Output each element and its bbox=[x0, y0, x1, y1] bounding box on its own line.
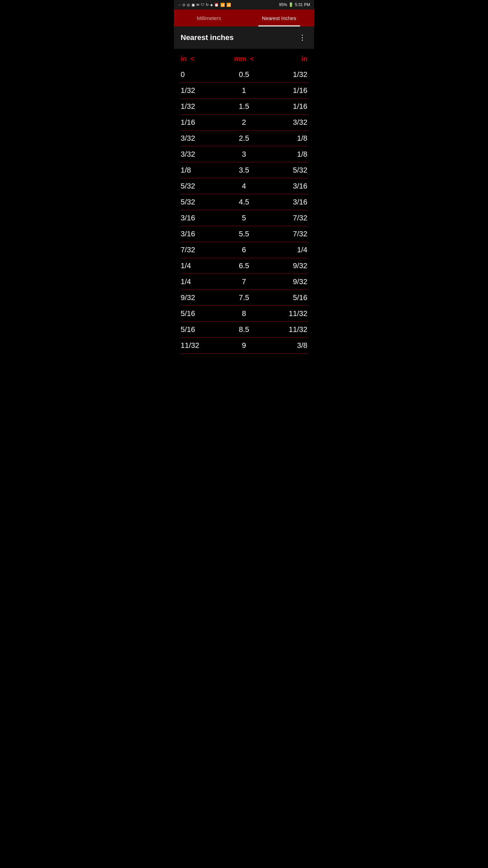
table-row: 5/32 4.5 3/16 bbox=[181, 194, 307, 210]
cell-in-upper: 7/32 bbox=[265, 214, 307, 222]
cell-in-upper: 1/8 bbox=[265, 134, 307, 143]
table-row: 3/32 2.5 1/8 bbox=[181, 131, 307, 146]
app-icon-1: ⊙ bbox=[182, 3, 185, 7]
cell-in-lower: 5/32 bbox=[181, 198, 223, 206]
table-row: 3/32 3 1/8 bbox=[181, 146, 307, 162]
battery-percent: 95% bbox=[279, 2, 287, 7]
conversion-table: in < mm < in 0 0.5 1/32 1/32 1 1/16 1/32… bbox=[174, 49, 314, 360]
cell-mm: 7.5 bbox=[223, 293, 265, 302]
cell-mm: 8 bbox=[223, 309, 265, 318]
tab-millimeters[interactable]: Millimeters bbox=[174, 9, 244, 26]
cell-mm: 2.5 bbox=[223, 134, 265, 143]
app-bar: Nearest inches ⋮ bbox=[174, 26, 314, 49]
cell-in-upper: 1/32 bbox=[265, 70, 307, 79]
cell-mm: 7 bbox=[223, 277, 265, 286]
cell-mm: 3 bbox=[223, 150, 265, 159]
status-icons-left: ··· ⊙ ◎ ▣ ✉ 🛡 ↻ ◈ ⏰ 📶 📶 bbox=[178, 3, 231, 7]
cell-mm: 6.5 bbox=[223, 261, 265, 270]
cell-in-lower: 1/4 bbox=[181, 277, 223, 286]
app-icon-6: ↻ bbox=[206, 3, 209, 7]
cell-in-lower: 0 bbox=[181, 70, 223, 79]
cell-mm: 8.5 bbox=[223, 325, 265, 334]
cell-in-upper: 9/32 bbox=[265, 261, 307, 270]
cell-in-lower: 11/32 bbox=[181, 341, 223, 350]
cell-in-lower: 5/32 bbox=[181, 182, 223, 191]
cell-mm: 0.5 bbox=[223, 70, 265, 79]
app-icon-2: ◎ bbox=[187, 3, 190, 7]
cell-in-upper: 3/16 bbox=[265, 198, 307, 206]
cell-in-upper: 1/8 bbox=[265, 150, 307, 159]
cell-in-lower: 1/4 bbox=[181, 261, 223, 270]
table-header: in < mm < in bbox=[181, 52, 307, 65]
table-row: 1/32 1 1/16 bbox=[181, 83, 307, 99]
cell-in-upper: 1/16 bbox=[265, 102, 307, 111]
signal-icon: 📶 bbox=[226, 3, 231, 7]
page-title: Nearest inches bbox=[181, 33, 234, 42]
table-row: 11/32 9 3/8 bbox=[181, 338, 307, 354]
more-options-button[interactable]: ⋮ bbox=[297, 32, 307, 43]
cell-in-upper: 7/32 bbox=[265, 230, 307, 238]
cell-in-lower: 1/32 bbox=[181, 86, 223, 95]
cell-in-lower: 7/32 bbox=[181, 245, 223, 254]
tab-millimeters-label: Millimeters bbox=[197, 15, 221, 21]
cell-in-upper: 1/16 bbox=[265, 86, 307, 95]
cell-in-lower: 3/16 bbox=[181, 214, 223, 222]
cell-mm: 6 bbox=[223, 245, 265, 254]
menu-icon: ··· bbox=[178, 3, 181, 7]
cell-in-upper: 3/8 bbox=[265, 341, 307, 350]
app-icon-4: ✉ bbox=[196, 3, 199, 7]
table-row: 1/16 2 3/32 bbox=[181, 115, 307, 131]
cell-in-upper: 5/16 bbox=[265, 293, 307, 302]
tab-nearest-inches-label: Nearest Inches bbox=[262, 15, 296, 21]
cell-mm: 4 bbox=[223, 182, 265, 191]
cell-in-lower: 3/32 bbox=[181, 150, 223, 159]
cell-in-lower: 1/32 bbox=[181, 102, 223, 111]
table-row: 0 0.5 1/32 bbox=[181, 67, 307, 83]
cell-in-upper: 5/32 bbox=[265, 166, 307, 175]
table-row: 9/32 7.5 5/16 bbox=[181, 290, 307, 306]
cell-mm: 5 bbox=[223, 214, 265, 222]
col-header-in-lower: in < bbox=[181, 55, 223, 63]
cell-in-lower: 1/16 bbox=[181, 118, 223, 127]
cell-in-lower: 3/16 bbox=[181, 230, 223, 238]
col-header-mm: mm < bbox=[223, 55, 265, 63]
app-icon-7: ◈ bbox=[210, 3, 213, 7]
app-icon-8: ⏰ bbox=[214, 3, 219, 7]
col-header-in-upper: in bbox=[265, 55, 307, 63]
cell-in-upper: 3/16 bbox=[265, 182, 307, 191]
table-row: 5/16 8 11/32 bbox=[181, 306, 307, 322]
time: 5:31 PM bbox=[295, 2, 310, 7]
status-right: 95% 🔋 5:31 PM bbox=[279, 2, 310, 7]
tab-bar: Millimeters Nearest Inches bbox=[174, 9, 314, 26]
table-row: 1/32 1.5 1/16 bbox=[181, 99, 307, 115]
table-row: 7/32 6 1/4 bbox=[181, 242, 307, 258]
table-row: 1/4 7 9/32 bbox=[181, 274, 307, 290]
cell-in-lower: 1/8 bbox=[181, 166, 223, 175]
table-row: 1/4 6.5 9/32 bbox=[181, 258, 307, 274]
tab-nearest-inches[interactable]: Nearest Inches bbox=[244, 9, 314, 26]
cell-in-upper: 11/32 bbox=[265, 309, 307, 318]
cell-in-upper: 3/32 bbox=[265, 118, 307, 127]
status-bar: ··· ⊙ ◎ ▣ ✉ 🛡 ↻ ◈ ⏰ 📶 📶 95% 🔋 5:31 PM bbox=[174, 0, 314, 9]
app-icon-3: ▣ bbox=[191, 3, 195, 7]
cell-mm: 1.5 bbox=[223, 102, 265, 111]
cell-mm: 2 bbox=[223, 118, 265, 127]
table-row: 3/16 5 7/32 bbox=[181, 210, 307, 226]
table-rows: 0 0.5 1/32 1/32 1 1/16 1/32 1.5 1/16 1/1… bbox=[181, 67, 307, 354]
cell-mm: 1 bbox=[223, 86, 265, 95]
cell-mm: 5.5 bbox=[223, 230, 265, 238]
table-row: 3/16 5.5 7/32 bbox=[181, 226, 307, 242]
cell-in-lower: 5/16 bbox=[181, 325, 223, 334]
cell-mm: 3.5 bbox=[223, 166, 265, 175]
table-row: 5/16 8.5 11/32 bbox=[181, 322, 307, 338]
table-row: 5/32 4 3/16 bbox=[181, 178, 307, 194]
wifi-icon: 📶 bbox=[220, 3, 225, 7]
cell-mm: 9 bbox=[223, 341, 265, 350]
table-row: 1/8 3.5 5/32 bbox=[181, 162, 307, 178]
app-icon-5: 🛡 bbox=[201, 3, 204, 7]
cell-in-upper: 1/4 bbox=[265, 245, 307, 254]
cell-in-lower: 3/32 bbox=[181, 134, 223, 143]
cell-in-upper: 11/32 bbox=[265, 325, 307, 334]
battery-icon: 🔋 bbox=[288, 2, 293, 7]
cell-in-upper: 9/32 bbox=[265, 277, 307, 286]
